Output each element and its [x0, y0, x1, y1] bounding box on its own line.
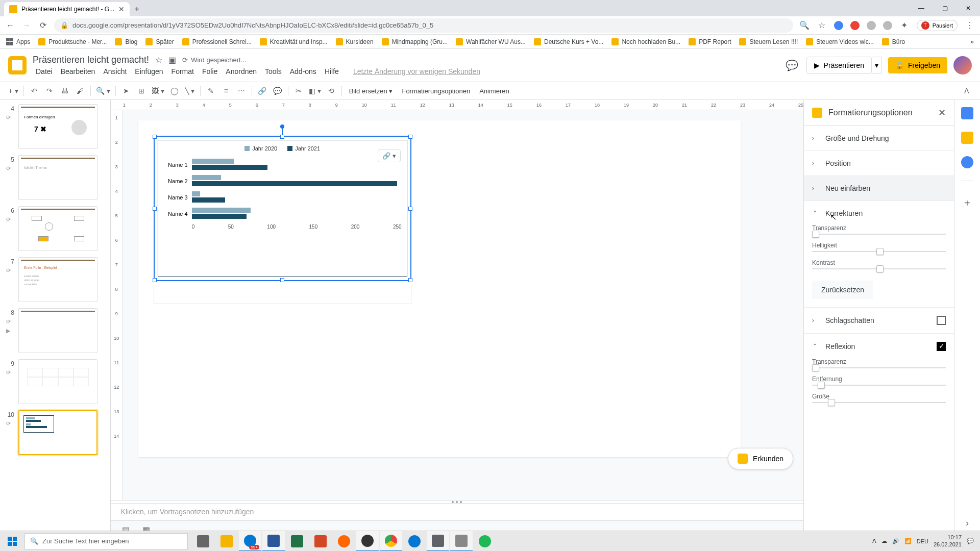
reflection-checkbox[interactable]: [937, 342, 946, 351]
slide-thumbnail[interactable]: Erste Folie - BeispielLorem ipsumdolor s…: [18, 257, 97, 302]
rotation-handle[interactable]: [280, 124, 284, 129]
menu-edit[interactable]: Bearbeiten: [58, 66, 99, 77]
bookmark-item[interactable]: Noch hochladen Bu...: [611, 38, 680, 45]
app-icon[interactable]: [333, 531, 355, 552]
maximize-window-icon[interactable]: ▢: [933, 0, 957, 16]
resize-handle[interactable]: [153, 135, 157, 139]
apps-bookmark[interactable]: Apps: [6, 38, 30, 45]
bookmark-item[interactable]: Deutsche Kurs + Vo...: [534, 38, 603, 45]
reflection-section[interactable]: ›Reflexion Transparenz Entfernung Größe: [804, 334, 954, 414]
profile-button[interactable]: T Pausiert: [917, 20, 958, 31]
bookmark-item[interactable]: Kursideen: [336, 38, 374, 45]
edge-new-icon[interactable]: [403, 531, 426, 552]
reflection-transparency-slider[interactable]: [812, 367, 946, 368]
account-avatar[interactable]: [953, 56, 972, 74]
document-title[interactable]: Präsentieren leicht gemacht!: [33, 55, 149, 65]
app-icon[interactable]: [450, 531, 473, 552]
collapse-toolbar-icon[interactable]: ᐱ: [960, 84, 974, 98]
resize-handle[interactable]: [153, 278, 157, 282]
extension-icon[interactable]: [850, 21, 860, 30]
menu-addons[interactable]: Add-ons: [287, 66, 320, 77]
speaker-notes[interactable]: Klicken, um Vortragsnotizen hinzuzufügen: [111, 503, 803, 520]
border-weight-icon[interactable]: ≡: [219, 84, 233, 98]
share-button[interactable]: 🔒 Freigeben: [888, 57, 947, 73]
bookmark-item[interactable]: Produktsuche - Mer...: [38, 38, 107, 45]
slide-thumbnail[interactable]: [18, 359, 97, 404]
reflection-distance-slider[interactable]: [812, 385, 946, 386]
select-tool-icon[interactable]: ➤: [119, 84, 133, 98]
bookmark-item[interactable]: Mindmapping (Gru...: [382, 38, 448, 45]
add-addon-icon[interactable]: +: [964, 197, 970, 209]
slide-thumbnail[interactable]: [18, 308, 97, 353]
bookmark-item[interactable]: Büro: [882, 38, 905, 45]
brightness-slider[interactable]: [812, 251, 946, 252]
slide-canvas[interactable]: 🔗▾ Jahr 2020 Jahr 2021 Name 1Name 2Name …: [138, 120, 741, 457]
volume-icon[interactable]: 🔊: [892, 538, 899, 544]
zoom-icon[interactable]: 🔍 ▾: [94, 84, 112, 98]
slide-filmstrip[interactable]: 4⟳ Formen einfügen7 ✖ 5⟳ Ich bin Thema 6…: [0, 100, 111, 539]
menu-insert[interactable]: Einfügen: [132, 66, 166, 77]
wifi-icon[interactable]: 📶: [904, 538, 912, 544]
start-button[interactable]: [0, 531, 24, 552]
calendar-icon[interactable]: [961, 107, 973, 119]
extension-icon[interactable]: [834, 21, 843, 30]
reflection-size-slider[interactable]: [812, 402, 946, 403]
edge-icon[interactable]: 99+: [239, 531, 261, 552]
position-section[interactable]: ›Position: [804, 151, 954, 176]
browser-tab[interactable]: Präsentieren leicht gemacht! - G... ✕: [4, 2, 130, 16]
border-dash-icon[interactable]: ⋯: [234, 84, 249, 98]
redo-icon[interactable]: ↷: [42, 84, 57, 98]
extension-icon[interactable]: [867, 21, 876, 30]
excel-icon[interactable]: [286, 531, 308, 552]
undo-icon[interactable]: ↶: [27, 84, 41, 98]
slide-thumbnail[interactable]: Formen einfügen7 ✖: [18, 104, 97, 149]
bookmarks-overflow-icon[interactable]: »: [970, 38, 974, 45]
extension-icon[interactable]: [883, 21, 892, 30]
menu-view[interactable]: Ansicht: [100, 66, 130, 77]
app-icon[interactable]: [427, 531, 449, 552]
menu-format[interactable]: Format: [168, 66, 197, 77]
bookmark-item[interactable]: Professionell Schrei...: [182, 38, 252, 45]
border-color-icon[interactable]: ✎: [204, 84, 218, 98]
adjustments-section[interactable]: ›Korrekturen Transparenz Helligkeit Kont…: [804, 201, 954, 308]
transparency-slider[interactable]: [812, 234, 946, 235]
resize-handle[interactable]: [408, 278, 412, 282]
extensions-icon[interactable]: ✦: [899, 20, 910, 31]
menu-help[interactable]: Hilfe: [322, 66, 342, 77]
close-window-icon[interactable]: ✕: [957, 0, 980, 16]
menu-tools[interactable]: Tools: [262, 66, 285, 77]
animate-button[interactable]: Animieren: [475, 87, 513, 95]
slide-thumbnail[interactable]: Ich bin Thema: [18, 155, 97, 200]
drop-shadow-checkbox[interactable]: [937, 316, 946, 325]
collapse-rail-icon[interactable]: ›: [966, 518, 969, 529]
resize-handle[interactable]: [280, 135, 284, 139]
tasks-icon[interactable]: [961, 156, 973, 168]
present-button[interactable]: ▶ Präsentieren: [806, 57, 872, 74]
keep-icon[interactable]: [961, 132, 973, 144]
close-panel-icon[interactable]: ✕: [938, 107, 946, 118]
back-icon[interactable]: ←: [5, 20, 15, 31]
contrast-slider[interactable]: [812, 268, 946, 269]
comments-icon[interactable]: 💬: [783, 58, 800, 72]
taskbar-search[interactable]: 🔍Zur Suche Text hier eingeben: [24, 533, 188, 549]
line-icon[interactable]: ╲ ▾: [183, 84, 197, 98]
resize-handle[interactable]: [280, 278, 284, 282]
word-icon[interactable]: [262, 531, 285, 552]
bookmark-item[interactable]: Kreativität und Insp...: [260, 38, 328, 45]
notification-icon[interactable]: 💬: [967, 538, 974, 544]
resize-handle[interactable]: [408, 207, 412, 211]
menu-arrange[interactable]: Anordnen: [223, 66, 260, 77]
crop-icon[interactable]: ✂: [291, 84, 306, 98]
bookmark-item[interactable]: Später: [145, 38, 174, 45]
recolor-section[interactable]: ›Neu einfärben: [804, 176, 954, 201]
close-tab-icon[interactable]: ✕: [118, 5, 125, 13]
last-change-link[interactable]: Letzte Änderung vor wenigen Sekunden: [350, 66, 483, 77]
explore-button[interactable]: Erkunden: [728, 448, 793, 469]
chrome-icon[interactable]: [380, 531, 402, 552]
present-dropdown[interactable]: ▾: [872, 57, 882, 74]
star-icon[interactable]: ☆: [817, 20, 827, 31]
explorer-icon[interactable]: [215, 531, 238, 552]
resize-handle[interactable]: [153, 207, 157, 211]
bookmark-item[interactable]: Wahlfächer WU Aus...: [456, 38, 526, 45]
onedrive-icon[interactable]: ☁: [881, 538, 887, 544]
